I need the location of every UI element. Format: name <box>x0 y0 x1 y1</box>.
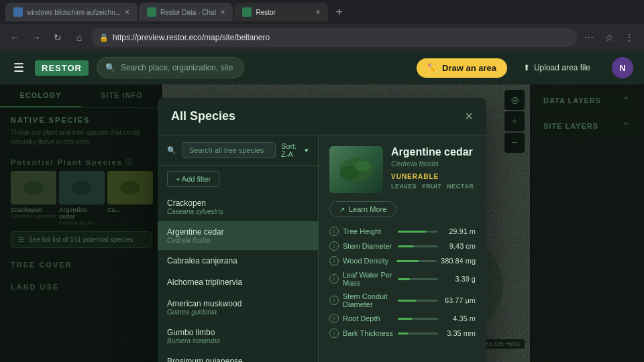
metric-label-0: Tree Height <box>343 227 394 235</box>
species-list: Crackopen Casearia sylvestris Argentine … <box>158 192 318 362</box>
species-common-2: Cabralea canjerana <box>167 256 237 265</box>
restor-logo: RESTOR <box>35 60 89 76</box>
avatar[interactable]: N <box>612 57 633 78</box>
species-common-1: Argentine cedar <box>167 227 224 237</box>
species-list-item[interactable]: American muskwood Guarea guidonia <box>158 293 318 322</box>
metric-value-5: 4.35 m <box>442 314 476 322</box>
modal-search-icon: 🔍 <box>167 146 176 155</box>
pencil-icon: ✏️ <box>427 63 438 73</box>
header-right: N <box>612 57 633 78</box>
metric-info-icon-3: i <box>329 274 339 284</box>
modal-search-bar: 🔍 Sort: Z-A ▾ <box>158 135 318 166</box>
species-common-4: American muskwood <box>167 299 241 308</box>
species-tag-2: NECTAR <box>447 183 474 190</box>
tab-favicon-restor-chat <box>147 7 156 17</box>
species-detail-header: Argentine cedar Cedrela fissilis VUNERAB… <box>329 146 476 193</box>
draw-area-button[interactable]: ✏️ Draw an area <box>417 58 507 78</box>
learn-more-button[interactable]: ↗ Learn More <box>329 201 396 217</box>
species-sci-1: Cedrela fissilis <box>167 237 224 244</box>
species-sci-4: Guarea guidonia <box>167 308 241 316</box>
metric-label-4: Stem Conduit Diameter <box>343 292 394 308</box>
modal-header: All Species × <box>158 98 486 135</box>
add-filter-label: + Add filter <box>176 175 211 183</box>
tab-favicon-windows <box>13 7 23 17</box>
species-common-6: Brosimum guianense <box>167 357 243 362</box>
tab-windows[interactable]: windows bildschirm aufzeichn... × <box>5 3 138 21</box>
modal-right: Argentine cedar Cedrela fissilis VUNERAB… <box>319 135 486 362</box>
metric-row: i Wood Density 380.84 mg <box>329 256 476 265</box>
modal-close-button[interactable]: × <box>465 109 473 124</box>
metric-row: i Stem Diameter 9.43 cm <box>329 241 476 251</box>
metric-bar-fill-2 <box>396 260 419 262</box>
back-button[interactable]: ← <box>5 28 24 47</box>
species-detail-img-inner <box>329 146 383 193</box>
metric-info-icon-0: i <box>329 227 339 236</box>
tab-favicon-restor <box>242 7 252 17</box>
external-link-icon: ↗ <box>339 206 345 213</box>
species-common-5: Gumbo limbo <box>167 328 220 337</box>
metric-value-3: 3.39 g <box>442 275 476 283</box>
tab-close-restor[interactable]: × <box>315 7 320 17</box>
hamburger-menu[interactable]: ☰ <box>11 58 27 78</box>
modal-title: All Species <box>171 109 235 123</box>
species-list-item[interactable]: Brosimum guianense <box>158 351 318 362</box>
tab-close-restor-chat[interactable]: × <box>220 7 225 17</box>
app-header: ☰ RESTOR 🔍 ✏️ Draw an area ⬆ Upload area… <box>0 51 644 84</box>
settings-button[interactable]: ⋮ <box>620 28 639 47</box>
metric-bar-3 <box>398 278 438 280</box>
species-list-item[interactable]: Cabralea canjerana <box>158 250 318 272</box>
search-input[interactable] <box>121 63 235 72</box>
lock-icon: 🔒 <box>99 34 109 42</box>
metric-bar-fill-0 <box>398 231 426 233</box>
metric-info-icon-1: i <box>329 241 339 251</box>
modal-overlay: All Species × 🔍 Sort: Z-A ▾ <box>0 84 644 362</box>
tab-label-restor-chat: Restor Data - Chat <box>160 9 216 16</box>
app-container: ☰ RESTOR 🔍 ✏️ Draw an area ⬆ Upload area… <box>0 51 644 362</box>
species-list-item[interactable]: Argentine cedar Cedrela fissilis <box>158 221 318 250</box>
tab-close-windows[interactable]: × <box>125 7 129 17</box>
metric-bar-0 <box>398 231 438 233</box>
species-tags: LEAVESFRUITNECTAR <box>391 183 476 190</box>
header-search[interactable]: 🔍 <box>97 57 244 78</box>
tab-label-restor: Restor <box>256 9 275 16</box>
search-icon: 🔍 <box>105 63 115 72</box>
tab-restor-chat[interactable]: Restor Data - Chat × <box>139 3 233 21</box>
sort-select[interactable]: Sort: Z-A ▾ <box>281 142 309 158</box>
species-list-item[interactable]: Gumbo limbo Bursera simaruba <box>158 322 318 351</box>
draw-area-label: Draw an area <box>442 63 496 73</box>
bookmark-button[interactable]: ☆ <box>600 28 619 47</box>
species-list-item[interactable]: Alchornea triplinervia <box>158 272 318 293</box>
metric-bar-2 <box>396 260 437 262</box>
metric-value-1: 9.43 cm <box>442 242 476 250</box>
new-tab-button[interactable]: + <box>329 3 348 21</box>
sort-label: Sort: Z-A <box>281 142 302 158</box>
modal-left: 🔍 Sort: Z-A ▾ + Add filter <box>158 135 319 362</box>
metric-bar-fill-3 <box>398 278 410 280</box>
species-detail-info: Argentine cedar Cedrela fissilis VUNERAB… <box>391 146 476 193</box>
species-list-item[interactable]: Crackopen Casearia sylvestris <box>158 192 318 221</box>
learn-more-label: Learn More <box>349 205 386 213</box>
metric-value-0: 29.91 m <box>442 227 476 235</box>
browser-chrome: windows bildschirm aufzeichn... × Restor… <box>0 0 644 51</box>
metric-bar-4 <box>398 300 438 302</box>
map-area[interactable]: ECOLOGY SITE INFO NATIVE SPECIES These a… <box>0 84 644 362</box>
upload-area-button[interactable]: ⬆ Upload area file <box>515 59 598 76</box>
modal-search-input[interactable] <box>182 142 276 158</box>
svg-point-8 <box>355 161 371 172</box>
metric-value-4: 63.77 μm <box>442 296 476 304</box>
reload-button[interactable]: ↻ <box>48 28 67 47</box>
metric-label-1: Stem Diameter <box>343 242 394 250</box>
tab-restor[interactable]: Restor × <box>234 3 328 21</box>
address-bar[interactable]: 🔒 https://preview.restor.eco/map/site/be… <box>91 28 577 47</box>
species-common-0: Crackopen <box>167 198 223 208</box>
add-filter-button[interactable]: + Add filter <box>167 171 219 187</box>
species-tag-0: LEAVES <box>391 183 417 190</box>
home-button[interactable]: ⌂ <box>70 28 89 47</box>
species-status-badge: VUNERABLE <box>391 173 476 180</box>
species-detail-name: Argentine cedar <box>391 146 476 158</box>
upload-icon: ⬆ <box>523 63 530 72</box>
forward-button[interactable]: → <box>27 28 46 47</box>
avatar-label: N <box>619 63 625 73</box>
extensions-button[interactable]: ⋯ <box>580 28 598 47</box>
metric-bar-fill-5 <box>398 318 412 320</box>
